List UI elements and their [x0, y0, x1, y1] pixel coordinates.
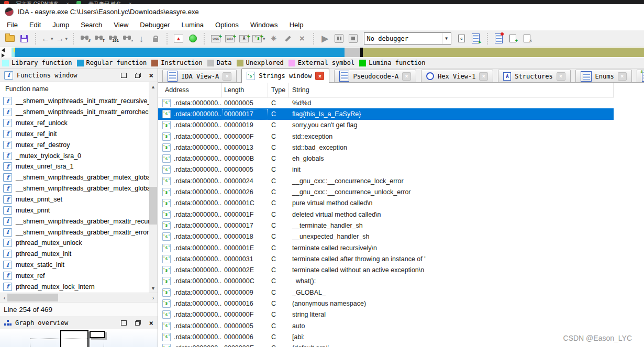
browser-tab-close-icon[interactable]: × [129, 0, 132, 4]
strings-table-row[interactable]: .rdata:0000000... 00000005 C init [158, 164, 614, 175]
tab-close-icon[interactable]: × [557, 72, 565, 81]
strings-table-row[interactable]: .rdata:0000000... 00000009 C _GLOBAL_ [158, 287, 614, 298]
continue-process-icon[interactable]: ▸ [470, 32, 482, 45]
menu-item[interactable]: File [1, 20, 24, 30]
strings-table-row[interactable]: .rdata:0000000... 0000000B C eh_globals [158, 153, 614, 164]
strings-table-row[interactable]: .rdata:0000000... 0000000E C {default ar… [158, 343, 614, 347]
attach-process-icon[interactable]: c [456, 32, 468, 45]
function-list-item[interactable]: __shmem_winpthreads_grabber_mutex_globa [0, 183, 149, 194]
strings-table-row[interactable]: .rdata:0000000... 00000017 C flag{this_I… [158, 108, 614, 119]
debugger-pause-icon[interactable] [334, 32, 345, 45]
strings-table-row[interactable]: .rdata:0000000... 0000001C C pure virtua… [158, 198, 614, 209]
lock-icon[interactable] [150, 32, 161, 45]
strings-table-row[interactable]: .rdata:0000000... 00000013 C std::bad_ex… [158, 142, 614, 153]
close-icon[interactable]: × [149, 72, 153, 79]
navigation-band[interactable] [0, 47, 644, 58]
create-name-icon[interactable]: A+ [238, 32, 250, 45]
strings-table-row[interactable]: .rdata:0000000... 0000000C C what(): [158, 276, 614, 287]
function-list-item[interactable]: mutex_unref_isra_1 [0, 161, 149, 172]
menu-item[interactable]: Options [209, 20, 245, 30]
functions-window-titlebar[interactable]: Functions window × [0, 69, 158, 82]
scrollbar-thumb[interactable] [7, 294, 58, 301]
function-list-item[interactable]: __shmem_winpthreads_init_mxattr_recursiv… [0, 96, 149, 107]
menu-item[interactable]: Jump [47, 20, 75, 30]
browser-tab-close-icon[interactable]: × [66, 0, 69, 4]
strings-table-row[interactable]: .rdata:0000000... 00000024 C __gnu_cxx::… [158, 175, 614, 186]
menu-item[interactable]: Help [284, 20, 309, 30]
scroll-up-icon[interactable]: ▲ [149, 82, 158, 91]
problems-list-icon[interactable]: ▲ [173, 32, 184, 45]
debugger-stop-icon[interactable] [348, 32, 359, 45]
create-data-icon[interactable]: DATA+ [224, 32, 236, 45]
create-code-icon[interactable]: CODE+ [210, 32, 221, 45]
function-list-item[interactable]: mutex_ref_unlock [0, 118, 149, 129]
menu-item[interactable]: Lumina [175, 20, 209, 30]
close-icon[interactable]: × [149, 319, 153, 327]
graph-overview-titlebar[interactable]: Graph overview × [0, 316, 158, 330]
function-list-item[interactable]: pthread_mutex_lock_intern [0, 281, 149, 292]
float-icon[interactable] [135, 320, 141, 326]
menu-item[interactable]: Edit [24, 20, 47, 30]
menu-item[interactable]: Debugger [134, 20, 175, 30]
strings-table-row[interactable]: .rdata:0000000... 0000000F C string lite… [158, 309, 614, 320]
function-list-item[interactable]: __shmem_winpthreads_grabber_mutex_globa [0, 172, 149, 183]
jump-address-icon[interactable]: ↓ [136, 32, 147, 45]
database-info-icon[interactable] [493, 32, 505, 45]
strings-table-row[interactable]: .rdata:0000000... 0000002E C terminate c… [158, 264, 614, 275]
navigate-back-icon[interactable]: ←▾ [41, 32, 53, 45]
graph-viewport-rect[interactable] [30, 339, 104, 347]
strings-table-row[interactable]: .rdata:0000000... 00000006 C [abi: [158, 331, 614, 342]
search-binary-icon[interactable]: 101 [107, 32, 119, 45]
column-header-length[interactable]: Length [222, 83, 268, 97]
menu-item[interactable]: View [108, 20, 134, 30]
navband-segment-unexplored[interactable] [363, 48, 644, 57]
column-header-string[interactable]: String [289, 83, 614, 97]
scrollbar-thumb[interactable] [149, 187, 157, 225]
strings-table-row[interactable]: .rdata:0000000... 00000019 C sorry,you c… [158, 120, 614, 131]
graph-overview-canvas[interactable] [0, 329, 158, 347]
function-list-item[interactable]: mutex_print_set [0, 194, 149, 205]
menu-item[interactable]: Windows [245, 20, 284, 30]
navband-segment-regular[interactable] [15, 48, 345, 57]
edit-function-icon[interactable] [282, 32, 294, 45]
view-tab[interactable]: IDA View-A × [162, 70, 237, 82]
tab-close-icon[interactable]: × [315, 72, 324, 80]
strings-table-row[interactable]: .rdata:0000000... 0000000F C std::except… [158, 131, 614, 142]
view-tab[interactable]: Strings window × [241, 69, 329, 83]
delete-function-icon[interactable]: × [296, 32, 308, 45]
strings-table-row[interactable]: .rdata:0000000... 00000026 C __gnu_cxx::… [158, 186, 614, 197]
view-tab[interactable]: Pseudocode-A × [334, 70, 416, 82]
navband-scroll-right-icon[interactable] [2, 53, 5, 58]
menu-item[interactable]: Search [75, 20, 108, 30]
navband-scroll-left-icon[interactable] [2, 48, 5, 52]
create-function-icon[interactable]: ✳ [268, 32, 280, 45]
maximize-icon[interactable] [121, 73, 127, 78]
strings-table-row[interactable]: .rdata:0000000... 0000001F C deleted vir… [158, 209, 614, 220]
save-icon[interactable] [18, 32, 30, 45]
functions-vertical-scrollbar[interactable]: ▲ ▼ [149, 82, 158, 293]
view-tab[interactable]: Hex View-1 × [421, 70, 493, 82]
strings-table-row[interactable]: .rdata:0000000... 0000001E C terminate c… [158, 242, 614, 253]
create-string-icon[interactable]: 's+▾ [252, 32, 265, 45]
navigate-forward-icon[interactable]: →▾ [56, 32, 68, 45]
strings-table-row[interactable]: .rdata:0000000... 00000017 C __terminate… [158, 220, 614, 231]
search-immediate-icon[interactable]: # [79, 32, 91, 45]
maximize-icon[interactable] [121, 320, 127, 326]
browser-tab[interactable]: 青马老记 铁隹 [88, 0, 121, 4]
lumina-status-icon[interactable] [187, 32, 198, 45]
tab-close-icon[interactable]: × [618, 72, 627, 81]
functions-horizontal-scrollbar[interactable]: ‹ › [0, 293, 158, 303]
function-list-item[interactable]: mutex_ref_destroy [0, 139, 149, 150]
function-list-item[interactable]: mutex_ref_init [0, 129, 149, 140]
function-list-item[interactable]: pthread_mutex_init [0, 249, 149, 260]
function-list-item[interactable]: pthread_mutex_unlock [0, 238, 149, 249]
function-list-item[interactable]: mutex_static_init [0, 260, 149, 271]
function-list-item[interactable]: __shmem_winpthreads_grabber_mxattr_error [0, 227, 149, 238]
view-tab[interactable]: Enums × [575, 70, 632, 82]
debugger-start-icon[interactable]: ▶ [319, 32, 331, 45]
function-list-item[interactable]: mutex_ref [0, 271, 149, 282]
open-file-icon[interactable] [4, 32, 16, 45]
debugger-selector[interactable]: No debugger ▼ [364, 32, 451, 44]
view-tab[interactable]: Imports × [637, 70, 644, 82]
strings-table-row[interactable]: .rdata:0000000... 00000031 C terminate c… [158, 253, 614, 264]
